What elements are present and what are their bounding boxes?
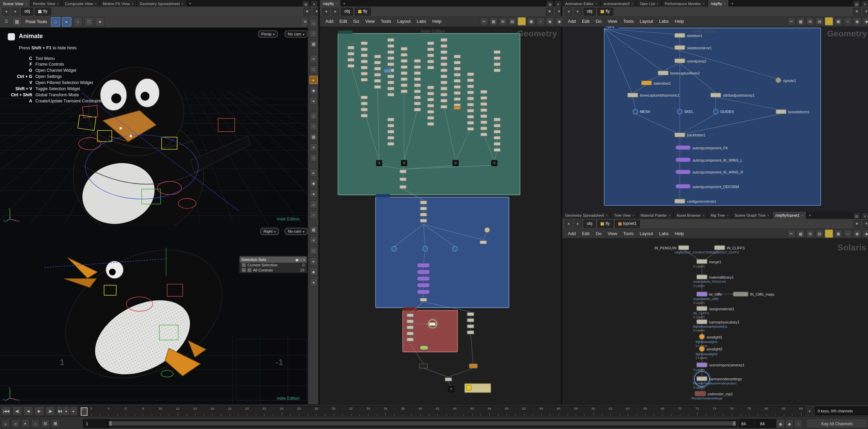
network-node[interactable] [440,75,447,78]
network-node[interactable] [427,53,434,57]
target-icon[interactable] [248,268,251,272]
close-tab-icon[interactable]: × [767,213,769,217]
network-node[interactable] [361,78,368,82]
network-node[interactable]: materiallibrary1/materials/IN_PENGUIN3 L… [696,275,708,280]
network-node[interactable] [374,54,381,58]
network-node[interactable]: autorigcomponent_IK_WING_L [675,157,691,162]
network-node[interactable] [361,41,368,45]
pane-tab[interactable]: Composite View× [62,0,100,7]
magnet-icon[interactable]: ◉ [853,17,861,25]
bookmark-icon[interactable]: ★ [853,220,861,228]
drag-handle-icon[interactable]: ⠿ [2,18,11,26]
path-chip[interactable]: obj [21,7,33,15]
select-controls-icon[interactable]: □ [84,17,94,27]
pane-menu-icon[interactable]: ▾ [861,1,868,7]
network-node[interactable] [480,102,487,106]
new-tab-button[interactable]: + [729,0,736,7]
network-node[interactable] [480,90,487,94]
menu-go[interactable]: Go [593,231,604,237]
menu-labs[interactable]: Labs [414,18,429,24]
network-node[interactable] [440,62,447,66]
network-node[interactable] [480,96,487,100]
network-node[interactable] [445,377,452,381]
close-tab-icon[interactable]: × [703,1,705,5]
menu-tools[interactable]: Tools [620,231,636,237]
range-start-handle[interactable] [109,421,112,426]
path-chip[interactable]: obj [583,220,596,228]
play-button[interactable]: ▶ [34,406,44,416]
network-node[interactable]: autorigcomponent_DEFORM [675,184,691,189]
view-tool-icon[interactable]: ◇ [310,19,318,27]
magnet-icon[interactable]: ◆ [785,419,794,429]
pane-menu-icon[interactable]: ▾ [311,1,318,7]
network-node[interactable] [387,142,394,146]
network-node[interactable] [387,93,394,97]
network-node[interactable]: IN_CLIFFS/obj/fly/OUT_CLIFFS [714,245,725,250]
viewport-persp[interactable]: Animate Press Shift + F1 to hide hints C… [0,28,308,226]
network-node[interactable] [414,89,421,93]
network-node[interactable] [467,84,474,88]
pane-tab[interactable]: Material Palette× [638,212,674,219]
transform-mode-icon[interactable]: ● [95,17,105,27]
color-palette-icon[interactable]: ◆ [863,17,868,25]
sticky-note-icon[interactable] [825,229,833,237]
pose-tools-icon[interactable]: ▦ [12,17,22,27]
network-node[interactable] [420,207,427,210]
network-node[interactable]: GUIDES [713,109,719,114]
network-node[interactable] [374,73,381,77]
menu-add[interactable]: Add [565,18,579,24]
network-node[interactable] [484,227,490,233]
new-tab-button[interactable]: + [187,0,194,7]
magnet-icon[interactable]: ◉ [853,229,861,237]
network-node[interactable] [467,312,474,316]
select-tool-icon[interactable]: ○ [310,29,318,37]
menu-tools[interactable]: Tools [378,18,394,24]
pane-menu-icon[interactable]: ▾ [555,1,562,7]
auto-key-icon[interactable]: ● [1,419,10,428]
network-node[interactable] [440,68,447,72]
network-box[interactable]: Rigging [604,28,821,205]
network-node[interactable] [374,67,381,70]
display-options-icon[interactable]: ▦ [489,17,498,25]
network-node[interactable]: karmaphysicalsky1/lights/karmaphysicalsk… [696,319,708,324]
network-node[interactable] [420,200,427,204]
grid-snap-icon[interactable]: ⊞ [806,229,814,237]
network-node[interactable] [427,47,434,51]
network-node[interactable] [347,58,354,62]
path-options-icon[interactable]: ▾ [863,7,868,15]
network-node[interactable] [427,60,434,63]
network-node[interactable] [464,383,491,393]
viewport-tool-icon[interactable]: ○ [310,211,318,219]
network-node[interactable] [420,298,427,301]
path-chip[interactable]: fly [597,7,613,15]
network-node[interactable]: skeleton1 [674,33,685,38]
follow-playhead-icon[interactable]: ≡ [11,419,20,428]
pane-tab[interactable]: Scene View× [0,0,30,7]
network-node[interactable] [480,114,487,118]
network-node[interactable]: packfolder1 [674,132,685,137]
new-tab-button[interactable]: + [341,0,348,7]
viewport-tool-icon[interactable]: ○ [310,122,318,130]
network-node[interactable] [469,363,478,368]
scope-icon[interactable]: ◉ [776,419,785,429]
network-node[interactable] [414,102,421,105]
network-node[interactable] [440,99,447,102]
pane-tab[interactable]: Animation Editor× [563,0,601,7]
menu-help[interactable]: Help [672,231,686,237]
network-node[interactable] [427,110,434,114]
viewport-tool-icon[interactable]: ◆ [310,86,318,95]
network-node[interactable]: × [448,386,454,392]
network-node[interactable] [347,46,354,49]
snapshot-icon[interactable]: ▣ [834,229,842,237]
network-node[interactable] [361,108,368,111]
network-node[interactable] [387,38,394,42]
network-node[interactable] [440,81,447,84]
network-node[interactable] [361,102,368,105]
network-node[interactable] [427,66,434,69]
network-node[interactable]: rignote1 [775,77,782,83]
network-node[interactable] [427,85,434,89]
close-tab-icon[interactable]: × [595,1,597,5]
network-node[interactable] [420,345,428,350]
network-node[interactable] [454,91,461,95]
bookmark-icon[interactable]: ★ [546,7,554,15]
